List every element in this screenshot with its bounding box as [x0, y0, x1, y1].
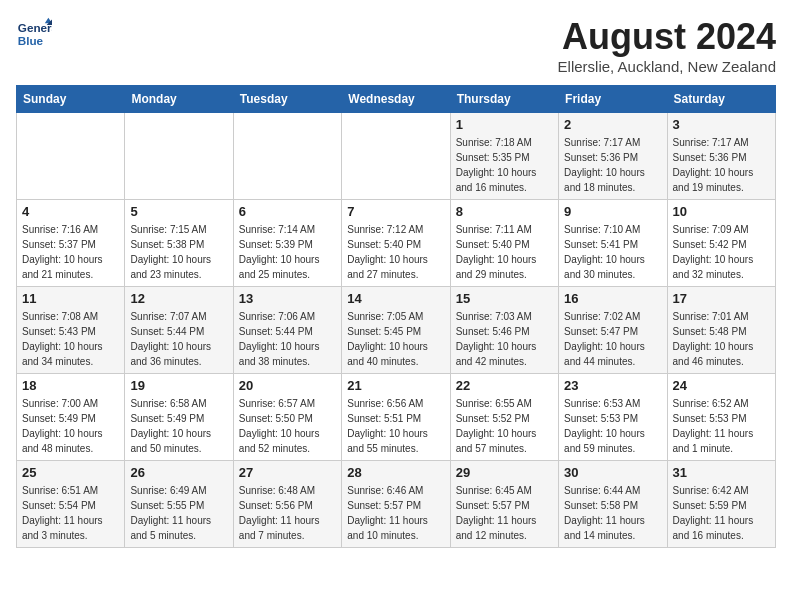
- day-number: 23: [564, 378, 661, 393]
- page-header: General Blue August 2024 Ellerslie, Auck…: [16, 16, 776, 75]
- day-info: Sunrise: 7:12 AMSunset: 5:40 PMDaylight:…: [347, 222, 444, 282]
- calendar-cell: 20Sunrise: 6:57 AMSunset: 5:50 PMDayligh…: [233, 374, 341, 461]
- day-info: Sunrise: 6:56 AMSunset: 5:51 PMDaylight:…: [347, 396, 444, 456]
- day-info: Sunrise: 6:48 AMSunset: 5:56 PMDaylight:…: [239, 483, 336, 543]
- weekday-header-row: SundayMondayTuesdayWednesdayThursdayFrid…: [17, 86, 776, 113]
- day-info: Sunrise: 7:10 AMSunset: 5:41 PMDaylight:…: [564, 222, 661, 282]
- day-number: 5: [130, 204, 227, 219]
- calendar-title: August 2024: [558, 16, 776, 58]
- calendar-table: SundayMondayTuesdayWednesdayThursdayFrid…: [16, 85, 776, 548]
- day-info: Sunrise: 7:14 AMSunset: 5:39 PMDaylight:…: [239, 222, 336, 282]
- day-info: Sunrise: 7:01 AMSunset: 5:48 PMDaylight:…: [673, 309, 770, 369]
- calendar-cell: 4Sunrise: 7:16 AMSunset: 5:37 PMDaylight…: [17, 200, 125, 287]
- calendar-cell: 3Sunrise: 7:17 AMSunset: 5:36 PMDaylight…: [667, 113, 775, 200]
- day-number: 6: [239, 204, 336, 219]
- day-number: 7: [347, 204, 444, 219]
- day-number: 13: [239, 291, 336, 306]
- calendar-week-1: 1Sunrise: 7:18 AMSunset: 5:35 PMDaylight…: [17, 113, 776, 200]
- calendar-week-5: 25Sunrise: 6:51 AMSunset: 5:54 PMDayligh…: [17, 461, 776, 548]
- day-info: Sunrise: 7:00 AMSunset: 5:49 PMDaylight:…: [22, 396, 119, 456]
- calendar-week-3: 11Sunrise: 7:08 AMSunset: 5:43 PMDayligh…: [17, 287, 776, 374]
- day-number: 1: [456, 117, 553, 132]
- day-info: Sunrise: 6:45 AMSunset: 5:57 PMDaylight:…: [456, 483, 553, 543]
- day-number: 8: [456, 204, 553, 219]
- day-info: Sunrise: 7:08 AMSunset: 5:43 PMDaylight:…: [22, 309, 119, 369]
- weekday-header-thursday: Thursday: [450, 86, 558, 113]
- weekday-header-monday: Monday: [125, 86, 233, 113]
- calendar-cell: 17Sunrise: 7:01 AMSunset: 5:48 PMDayligh…: [667, 287, 775, 374]
- calendar-cell: 25Sunrise: 6:51 AMSunset: 5:54 PMDayligh…: [17, 461, 125, 548]
- weekday-header-sunday: Sunday: [17, 86, 125, 113]
- day-number: 11: [22, 291, 119, 306]
- day-info: Sunrise: 7:06 AMSunset: 5:44 PMDaylight:…: [239, 309, 336, 369]
- day-number: 24: [673, 378, 770, 393]
- calendar-cell: 18Sunrise: 7:00 AMSunset: 5:49 PMDayligh…: [17, 374, 125, 461]
- weekday-header-wednesday: Wednesday: [342, 86, 450, 113]
- day-info: Sunrise: 7:09 AMSunset: 5:42 PMDaylight:…: [673, 222, 770, 282]
- calendar-week-2: 4Sunrise: 7:16 AMSunset: 5:37 PMDaylight…: [17, 200, 776, 287]
- day-info: Sunrise: 7:11 AMSunset: 5:40 PMDaylight:…: [456, 222, 553, 282]
- calendar-cell: 28Sunrise: 6:46 AMSunset: 5:57 PMDayligh…: [342, 461, 450, 548]
- day-number: 16: [564, 291, 661, 306]
- calendar-cell: 13Sunrise: 7:06 AMSunset: 5:44 PMDayligh…: [233, 287, 341, 374]
- day-number: 2: [564, 117, 661, 132]
- day-info: Sunrise: 6:42 AMSunset: 5:59 PMDaylight:…: [673, 483, 770, 543]
- day-info: Sunrise: 6:55 AMSunset: 5:52 PMDaylight:…: [456, 396, 553, 456]
- weekday-header-saturday: Saturday: [667, 86, 775, 113]
- day-number: 4: [22, 204, 119, 219]
- weekday-header-tuesday: Tuesday: [233, 86, 341, 113]
- day-info: Sunrise: 7:03 AMSunset: 5:46 PMDaylight:…: [456, 309, 553, 369]
- day-number: 9: [564, 204, 661, 219]
- day-info: Sunrise: 6:44 AMSunset: 5:58 PMDaylight:…: [564, 483, 661, 543]
- calendar-cell: 11Sunrise: 7:08 AMSunset: 5:43 PMDayligh…: [17, 287, 125, 374]
- day-number: 31: [673, 465, 770, 480]
- calendar-cell: 23Sunrise: 6:53 AMSunset: 5:53 PMDayligh…: [559, 374, 667, 461]
- calendar-cell: 12Sunrise: 7:07 AMSunset: 5:44 PMDayligh…: [125, 287, 233, 374]
- calendar-cell: 31Sunrise: 6:42 AMSunset: 5:59 PMDayligh…: [667, 461, 775, 548]
- day-info: Sunrise: 7:16 AMSunset: 5:37 PMDaylight:…: [22, 222, 119, 282]
- day-number: 28: [347, 465, 444, 480]
- calendar-cell: 16Sunrise: 7:02 AMSunset: 5:47 PMDayligh…: [559, 287, 667, 374]
- day-info: Sunrise: 6:53 AMSunset: 5:53 PMDaylight:…: [564, 396, 661, 456]
- day-number: 26: [130, 465, 227, 480]
- day-info: Sunrise: 6:51 AMSunset: 5:54 PMDaylight:…: [22, 483, 119, 543]
- title-section: August 2024 Ellerslie, Auckland, New Zea…: [558, 16, 776, 75]
- day-number: 20: [239, 378, 336, 393]
- svg-text:Blue: Blue: [18, 34, 44, 47]
- day-info: Sunrise: 6:46 AMSunset: 5:57 PMDaylight:…: [347, 483, 444, 543]
- day-number: 29: [456, 465, 553, 480]
- calendar-cell: 2Sunrise: 7:17 AMSunset: 5:36 PMDaylight…: [559, 113, 667, 200]
- day-number: 30: [564, 465, 661, 480]
- calendar-cell: 30Sunrise: 6:44 AMSunset: 5:58 PMDayligh…: [559, 461, 667, 548]
- calendar-cell: 21Sunrise: 6:56 AMSunset: 5:51 PMDayligh…: [342, 374, 450, 461]
- calendar-cell: 24Sunrise: 6:52 AMSunset: 5:53 PMDayligh…: [667, 374, 775, 461]
- calendar-cell: 10Sunrise: 7:09 AMSunset: 5:42 PMDayligh…: [667, 200, 775, 287]
- day-number: 22: [456, 378, 553, 393]
- day-number: 21: [347, 378, 444, 393]
- day-number: 18: [22, 378, 119, 393]
- calendar-subtitle: Ellerslie, Auckland, New Zealand: [558, 58, 776, 75]
- calendar-cell: [125, 113, 233, 200]
- day-info: Sunrise: 7:17 AMSunset: 5:36 PMDaylight:…: [564, 135, 661, 195]
- calendar-cell: 26Sunrise: 6:49 AMSunset: 5:55 PMDayligh…: [125, 461, 233, 548]
- day-info: Sunrise: 6:57 AMSunset: 5:50 PMDaylight:…: [239, 396, 336, 456]
- calendar-cell: 29Sunrise: 6:45 AMSunset: 5:57 PMDayligh…: [450, 461, 558, 548]
- calendar-cell: [233, 113, 341, 200]
- day-info: Sunrise: 7:02 AMSunset: 5:47 PMDaylight:…: [564, 309, 661, 369]
- day-number: 3: [673, 117, 770, 132]
- logo: General Blue: [16, 16, 52, 52]
- day-info: Sunrise: 6:52 AMSunset: 5:53 PMDaylight:…: [673, 396, 770, 456]
- day-number: 17: [673, 291, 770, 306]
- calendar-cell: 27Sunrise: 6:48 AMSunset: 5:56 PMDayligh…: [233, 461, 341, 548]
- day-number: 27: [239, 465, 336, 480]
- calendar-cell: 22Sunrise: 6:55 AMSunset: 5:52 PMDayligh…: [450, 374, 558, 461]
- calendar-cell: 5Sunrise: 7:15 AMSunset: 5:38 PMDaylight…: [125, 200, 233, 287]
- day-number: 14: [347, 291, 444, 306]
- calendar-cell: 7Sunrise: 7:12 AMSunset: 5:40 PMDaylight…: [342, 200, 450, 287]
- weekday-header-friday: Friday: [559, 86, 667, 113]
- calendar-cell: 14Sunrise: 7:05 AMSunset: 5:45 PMDayligh…: [342, 287, 450, 374]
- day-info: Sunrise: 7:05 AMSunset: 5:45 PMDaylight:…: [347, 309, 444, 369]
- day-info: Sunrise: 7:17 AMSunset: 5:36 PMDaylight:…: [673, 135, 770, 195]
- day-number: 19: [130, 378, 227, 393]
- calendar-cell: 1Sunrise: 7:18 AMSunset: 5:35 PMDaylight…: [450, 113, 558, 200]
